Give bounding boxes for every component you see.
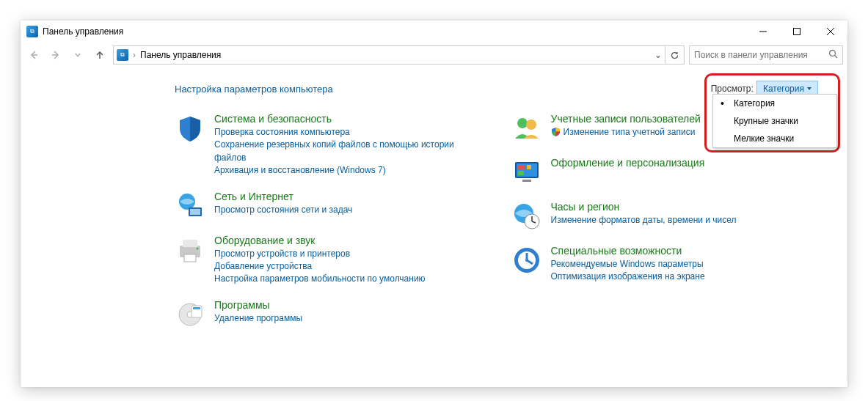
printer-icon [175, 235, 205, 265]
svg-rect-11 [190, 209, 200, 215]
close-button[interactable] [814, 21, 847, 43]
address-bar[interactable]: ⧉ › Панель управления ⌄ [113, 45, 665, 65]
breadcrumb[interactable]: Панель управления [140, 50, 221, 60]
control-panel-icon: ⧉ [26, 26, 38, 37]
shield-icon [175, 113, 205, 144]
window-title: Панель управления [43, 26, 123, 37]
category-accessibility: Специальные возможности Рекомендуемые Wi… [511, 245, 819, 284]
minimize-button[interactable] [746, 21, 780, 43]
svg-rect-25 [527, 165, 531, 169]
up-button[interactable] [91, 46, 109, 64]
category-title[interactable]: Оформление и персонализация [551, 157, 705, 169]
category-link[interactable]: Добавление устройства [214, 260, 426, 273]
category-link[interactable]: Удаление программы [214, 312, 302, 325]
svg-rect-19 [193, 307, 200, 309]
category-title[interactable]: Часы и регион [551, 201, 737, 213]
category-link[interactable]: Сохранение резервных копий файлов с помо… [214, 139, 482, 164]
page-title: Настройка параметров компьютера [175, 84, 333, 95]
category-link[interactable]: Проверка состояния компьютера [214, 126, 482, 139]
category-title[interactable]: Сеть и Интернет [214, 191, 352, 202]
svg-point-20 [517, 118, 528, 128]
category-link[interactable]: Изменение форматов даты, времени и чисел [551, 214, 737, 227]
category-link[interactable]: Архивация и восстановление (Windows 7) [214, 164, 482, 177]
recent-dropdown[interactable] [69, 46, 87, 64]
category-clock-region: Часы и регион Изменение форматов даты, в… [511, 201, 819, 232]
search-input[interactable] [694, 50, 828, 60]
svg-rect-27 [522, 180, 531, 182]
svg-rect-13 [183, 240, 197, 247]
view-label: Просмотр: [711, 84, 754, 94]
category-hardware: Оборудование и звук Просмотр устройств и… [175, 235, 482, 286]
svg-line-8 [835, 56, 838, 59]
category-system-security: Система и безопасность Проверка состояни… [175, 113, 482, 177]
search-icon[interactable] [828, 49, 838, 61]
svg-rect-26 [518, 171, 524, 175]
users-icon [511, 113, 542, 144]
control-panel-icon: ⧉ [117, 49, 128, 61]
category-link[interactable]: Просмотр состояния сети и задач [214, 204, 352, 216]
globe-icon [175, 191, 205, 221]
navigation-bar: ⧉ › Панель управления ⌄ [21, 43, 847, 67]
category-link[interactable]: Изменение типа учетной записи [564, 126, 696, 139]
category-title[interactable]: Специальные возможности [551, 245, 705, 257]
svg-point-34 [525, 259, 528, 262]
svg-rect-1 [794, 29, 800, 35]
category-programs: Программы Удаление программы [175, 299, 482, 330]
svg-rect-14 [184, 254, 196, 262]
category-link[interactable]: Рекомендуемые Windows параметры [551, 258, 705, 271]
search-box[interactable] [689, 45, 843, 65]
chevron-down-icon [807, 87, 812, 90]
svg-point-15 [197, 247, 199, 249]
monitor-icon [511, 157, 542, 188]
clock-globe-icon [511, 201, 542, 232]
category-personalization: Оформление и персонализация [511, 157, 819, 188]
view-mode-menu: Категория Крупные значки Мелкие значки [712, 94, 837, 148]
svg-point-7 [830, 51, 836, 56]
category-link[interactable]: Просмотр устройств и принтеров [214, 248, 426, 260]
back-button[interactable] [25, 46, 43, 64]
chevron-right-icon: › [133, 50, 136, 60]
chevron-down-icon[interactable]: ⌄ [654, 50, 662, 60]
category-network: Сеть и Интернет Просмотр состояния сети … [175, 191, 482, 221]
refresh-button[interactable] [665, 45, 685, 65]
view-option-category[interactable]: Категория [713, 95, 836, 112]
titlebar: ⧉ Панель управления [21, 21, 847, 43]
category-title[interactable]: Оборудование и звук [214, 235, 426, 246]
uac-shield-icon [551, 127, 561, 139]
category-title[interactable]: Программы [214, 299, 302, 311]
forward-button[interactable] [47, 46, 65, 64]
svg-rect-24 [518, 165, 525, 169]
maximize-button[interactable] [780, 21, 814, 43]
view-option-large[interactable]: Крупные значки [713, 112, 836, 130]
main-content: Настройка параметров компьютера Просмотр… [21, 67, 847, 387]
svg-point-21 [526, 119, 536, 130]
category-link[interactable]: Оптимизация изображения на экране [551, 271, 705, 283]
disc-icon [175, 299, 205, 330]
view-option-small[interactable]: Мелкие значки [713, 130, 836, 147]
category-title[interactable]: Система и безопасность [214, 113, 482, 125]
accessibility-icon [511, 245, 542, 276]
category-title[interactable]: Учетные записи пользователей [551, 113, 701, 125]
category-link[interactable]: Настройка параметров мобильности по умол… [214, 273, 426, 285]
